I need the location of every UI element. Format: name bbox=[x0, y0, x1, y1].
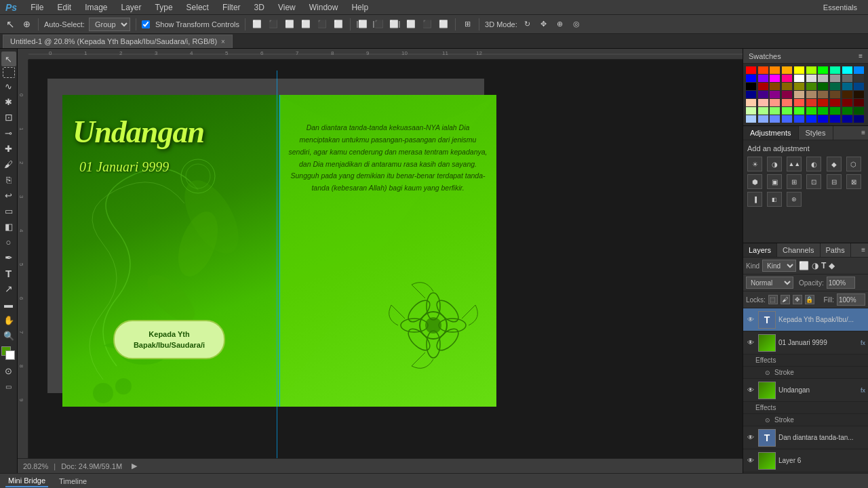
swatch-color[interactable] bbox=[758, 66, 768, 74]
brush-tool[interactable]: 🖌 bbox=[1, 157, 16, 171]
swatch-color[interactable] bbox=[794, 75, 804, 82]
swatch-color[interactable] bbox=[842, 91, 852, 98]
filter-adjust-icon[interactable]: ◑ bbox=[812, 261, 818, 270]
adj-curves-icon[interactable]: ◑ bbox=[767, 157, 782, 171]
menu-view[interactable]: View bbox=[275, 1, 298, 14]
clone-stamp-tool[interactable]: ⎘ bbox=[1, 172, 16, 187]
distribute-right-icon[interactable]: ⬜| bbox=[389, 18, 401, 30]
swatch-color[interactable] bbox=[782, 115, 792, 123]
layer-visibility-toggle[interactable]: 👁 bbox=[746, 315, 755, 325]
align-top-icon[interactable]: ⬜ bbox=[300, 18, 312, 30]
layer-visibility-toggle[interactable]: 👁 bbox=[746, 433, 755, 443]
layer-row[interactable]: ⊙Stroke bbox=[743, 367, 868, 379]
swatch-color[interactable] bbox=[782, 107, 792, 115]
swatch-color[interactable] bbox=[842, 99, 852, 106]
fill-input[interactable] bbox=[837, 293, 865, 306]
3d-rotate-icon[interactable]: ↻ bbox=[521, 18, 534, 30]
swatch-color[interactable] bbox=[806, 66, 816, 74]
tab-timeline[interactable]: Timeline bbox=[56, 476, 90, 487]
swatch-color[interactable] bbox=[818, 91, 828, 98]
adj-selectivecolor-icon[interactable]: ⊛ bbox=[787, 192, 802, 207]
eraser-tool[interactable]: ▭ bbox=[1, 203, 16, 218]
menu-filter[interactable]: Filter bbox=[220, 1, 243, 14]
swatch-color[interactable] bbox=[770, 107, 780, 115]
filter-shape-icon[interactable]: ◆ bbox=[829, 261, 835, 270]
swatch-color[interactable] bbox=[806, 107, 816, 115]
lasso-tool[interactable]: ∿ bbox=[1, 79, 16, 94]
invitation-card[interactable]: Undangan 01 Januari 9999 Kepada Yth Bapa… bbox=[62, 95, 496, 407]
distribute-middle-icon[interactable]: ⬛ bbox=[421, 18, 433, 30]
layer-visibility-toggle[interactable]: 👁 bbox=[746, 338, 755, 348]
swatch-color[interactable] bbox=[746, 66, 756, 74]
rectangle-select-tool[interactable] bbox=[3, 67, 15, 78]
swatch-color[interactable] bbox=[854, 91, 864, 98]
menu-select[interactable]: Select bbox=[184, 1, 212, 14]
swatch-color[interactable] bbox=[806, 115, 816, 123]
adj-vibrance-icon[interactable]: ◆ bbox=[827, 157, 842, 171]
layers-menu-icon[interactable]: ≡ bbox=[859, 243, 868, 257]
swatch-color[interactable] bbox=[746, 75, 756, 82]
adj-gradient-icon[interactable]: ◧ bbox=[767, 192, 782, 207]
adj-channelmixer-icon[interactable]: ⊞ bbox=[787, 174, 802, 189]
swatch-color[interactable] bbox=[842, 75, 852, 82]
auto-align-icon[interactable]: ⊕ bbox=[20, 18, 33, 30]
type-tool[interactable]: T bbox=[1, 266, 16, 281]
swatch-color[interactable] bbox=[854, 99, 864, 106]
layer-row[interactable]: ⊙Stroke bbox=[743, 414, 868, 426]
swatch-color[interactable] bbox=[770, 83, 780, 90]
swatch-color[interactable] bbox=[758, 115, 768, 123]
layer-visibility-toggle[interactable]: 👁 bbox=[746, 456, 755, 466]
swatch-color[interactable] bbox=[758, 83, 768, 90]
tab-channels[interactable]: Channels bbox=[777, 243, 820, 257]
layer-row[interactable]: Effects bbox=[743, 402, 868, 414]
menu-type[interactable]: Type bbox=[153, 1, 176, 14]
swatch-color[interactable] bbox=[758, 91, 768, 98]
3d-zoom-icon[interactable]: ⊕ bbox=[554, 18, 566, 30]
swatch-color[interactable] bbox=[806, 91, 816, 98]
play-button[interactable]: ▶ bbox=[132, 462, 137, 470]
dodge-tool[interactable]: ○ bbox=[1, 235, 16, 249]
menu-help[interactable]: Help bbox=[349, 1, 371, 14]
3d-camera-icon[interactable]: ◎ bbox=[570, 18, 583, 30]
swatch-color[interactable] bbox=[770, 99, 780, 106]
distribute-center-icon[interactable]: |⬛ bbox=[372, 18, 384, 30]
tab-styles[interactable]: Styles bbox=[799, 126, 833, 140]
swatch-color[interactable] bbox=[818, 83, 828, 90]
eyedropper-tool[interactable]: ⊸ bbox=[1, 125, 16, 140]
lock-all-icon[interactable]: 🔒 bbox=[805, 295, 814, 304]
swatch-color[interactable] bbox=[818, 99, 828, 106]
adj-photofilter-icon[interactable]: ▣ bbox=[767, 174, 782, 189]
gradient-tool[interactable]: ◧ bbox=[1, 219, 16, 234]
lock-move-icon[interactable]: ✥ bbox=[793, 295, 802, 304]
foreground-color[interactable] bbox=[1, 346, 16, 361]
adj-colorlookup-icon[interactable]: ⊡ bbox=[806, 174, 821, 189]
distribute-top-icon[interactable]: ⬜ bbox=[405, 18, 417, 30]
swatch-color[interactable] bbox=[746, 107, 756, 115]
quick-mask-tool[interactable]: ⊙ bbox=[1, 363, 16, 378]
adjustments-menu-icon[interactable]: ≡ bbox=[859, 126, 868, 140]
menu-image[interactable]: Image bbox=[82, 1, 110, 14]
filter-pixel-icon[interactable]: ⬜ bbox=[799, 261, 809, 270]
auto-select-dropdown[interactable]: Group Layer bbox=[89, 18, 130, 31]
crop-tool[interactable]: ⊡ bbox=[1, 110, 16, 125]
swatch-color[interactable] bbox=[782, 75, 792, 82]
distribute-left-icon[interactable]: |⬜ bbox=[356, 18, 368, 30]
swatch-color[interactable] bbox=[854, 115, 864, 123]
swatch-color[interactable] bbox=[770, 115, 780, 123]
show-transform-checkbox[interactable] bbox=[142, 20, 150, 28]
swatch-color[interactable] bbox=[830, 75, 840, 82]
swatch-color[interactable] bbox=[818, 107, 828, 115]
history-brush-tool[interactable]: ↩ bbox=[1, 188, 16, 203]
swatch-color[interactable] bbox=[842, 66, 852, 74]
align-right-icon[interactable]: ⬜ bbox=[283, 18, 296, 30]
hand-tool[interactable]: ✋ bbox=[1, 312, 16, 327]
swatch-color[interactable] bbox=[830, 91, 840, 98]
swatch-color[interactable] bbox=[842, 83, 852, 90]
layer-visibility-toggle[interactable]: 👁 bbox=[746, 386, 755, 395]
adj-colorbalance-icon[interactable]: ⬢ bbox=[747, 174, 762, 189]
swatch-color[interactable] bbox=[782, 66, 792, 74]
swatch-color[interactable] bbox=[854, 66, 864, 74]
layer-row[interactable]: Effects bbox=[743, 354, 868, 367]
menu-3d[interactable]: 3D bbox=[252, 1, 267, 14]
swatch-color[interactable] bbox=[830, 83, 840, 90]
